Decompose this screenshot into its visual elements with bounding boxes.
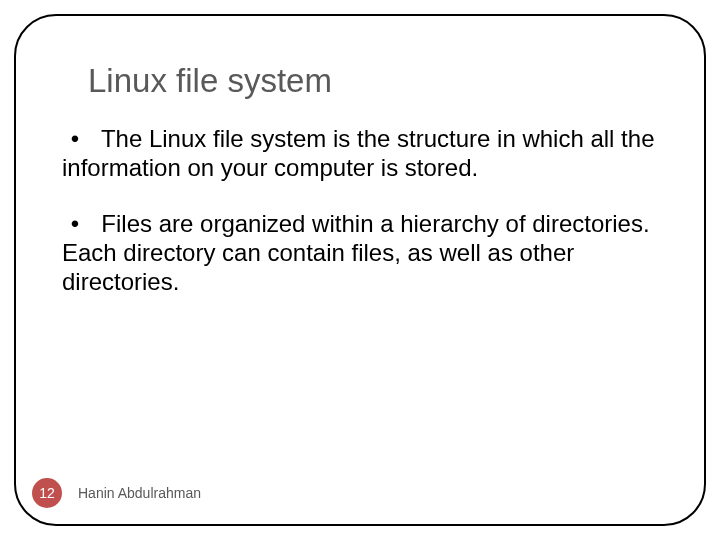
list-item: • The Linux file system is the structure… — [60, 124, 660, 183]
page-number: 12 — [39, 485, 55, 501]
slide-footer: 12 Hanin Abdulrahman — [32, 478, 201, 508]
slide-frame: Linux file system • The Linux file syste… — [14, 14, 706, 526]
bullet-list: • The Linux file system is the structure… — [60, 124, 660, 296]
page-number-badge: 12 — [32, 478, 62, 508]
bullet-text: Files are organized within a hierarchy o… — [62, 210, 650, 296]
bullet-icon: • — [62, 209, 88, 238]
slide-title: Linux file system — [88, 62, 660, 100]
author-name: Hanin Abdulrahman — [78, 485, 201, 501]
bullet-text: The Linux file system is the structure i… — [62, 125, 654, 181]
bullet-icon: • — [62, 124, 88, 153]
list-item: • Files are organized within a hierarchy… — [60, 209, 660, 297]
